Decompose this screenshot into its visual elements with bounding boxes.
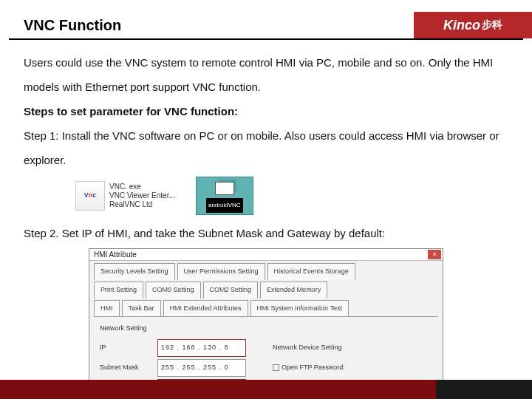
ftp-label: Open FTP Password: xyxy=(282,364,345,371)
vnc-exe-line1: VNC. exe xyxy=(109,183,175,191)
footer-bar xyxy=(0,380,532,399)
vnc-exe-line3: RealVNC Ltd xyxy=(109,200,175,209)
step2-text: Step 2. Set IP of HMI, and take the Subn… xyxy=(24,221,508,245)
vnc-exe-caption: VNC. exe VNC Viewer Enter... RealVNC Ltd xyxy=(109,183,175,209)
tab-row-3: HMI Task Bar HMI Extended Attributes HMI… xyxy=(89,299,443,317)
brand-cn: 步科 xyxy=(482,18,502,32)
window-title: HMI Attribute xyxy=(94,250,137,259)
footer-red xyxy=(0,380,436,399)
android-vnc-label: androidVNC xyxy=(206,198,243,213)
mask-row: Subnet Mask 255 . 255 . 255 . 0 Open FTP… xyxy=(100,359,432,377)
steps-heading: Steps to set parameter for VNC function: xyxy=(24,99,508,123)
tab-hmi-sysinfo[interactable]: HMI System Information Text xyxy=(250,300,349,317)
mask-input[interactable]: 255 . 255 . 255 . 0 xyxy=(157,359,246,377)
vnc-exe-item: Vnc VNC. exe VNC Viewer Enter... RealVNC… xyxy=(75,181,175,211)
window-titlebar: HMI Attribute × xyxy=(89,249,443,261)
tab-taskbar[interactable]: Task Bar xyxy=(122,300,161,317)
vnc-exe-icon: Vnc xyxy=(75,181,105,211)
tab-com2[interactable]: COM2 Setting xyxy=(203,282,259,299)
header: VNC Function Kinco步科 xyxy=(0,0,532,38)
network-setting-label: Network Setting xyxy=(100,321,432,336)
tab-row-2: Print Setting COM0 Setting COM2 Setting … xyxy=(89,280,443,299)
ip-row: IP 192 . 168 . 130 . 8 Network Device Se… xyxy=(100,339,432,357)
monitor-icon xyxy=(215,182,234,195)
page-title: VNC Function xyxy=(24,17,414,34)
tab-row-1: Security Levels Setting User Permissions… xyxy=(89,261,443,280)
brand-text: Kinco xyxy=(443,18,480,33)
step1-text: Step 1: Install the VNC software on PC o… xyxy=(24,123,508,172)
tab-print[interactable]: Print Setting xyxy=(94,282,143,299)
header-left: VNC Function xyxy=(0,11,414,38)
mask-label: Subnet Mask xyxy=(100,361,153,375)
hmi-attribute-window: HMI Attribute × Security Levels Setting … xyxy=(89,248,443,399)
brand-badge: Kinco步科 xyxy=(414,12,532,38)
tab-com0[interactable]: COM0 Setting xyxy=(146,282,201,299)
ip-label: IP xyxy=(100,341,153,355)
close-button[interactable]: × xyxy=(428,250,441,259)
tab-hmi-extended[interactable]: HMI Extended Attributes xyxy=(163,300,248,317)
content: Users could use the VNC system to remote… xyxy=(0,40,532,399)
ip-input[interactable]: 192 . 168 . 130 . 8 xyxy=(157,339,246,357)
tab-security[interactable]: Security Levels Setting xyxy=(94,263,175,280)
footer-dark xyxy=(436,380,532,399)
icons-row: Vnc VNC. exe VNC Viewer Enter... RealVNC… xyxy=(75,177,508,215)
android-vnc-icon: androidVNC xyxy=(196,177,253,215)
network-device-link[interactable]: Network Device Setting xyxy=(273,341,342,355)
ftp-checkbox-wrap: Open FTP Password: xyxy=(273,361,345,375)
intro-text: Users could use the VNC system to remote… xyxy=(24,50,508,99)
tab-extended-memory[interactable]: Extended Memory xyxy=(260,282,327,299)
tab-user-permissions[interactable]: User Permissions Setting xyxy=(177,263,265,280)
vnc-exe-line2: VNC Viewer Enter... xyxy=(109,191,175,200)
tab-historical-events[interactable]: Historical Events Storage xyxy=(267,263,355,280)
tab-hmi[interactable]: HMI xyxy=(94,300,120,317)
ftp-checkbox[interactable] xyxy=(273,364,279,371)
